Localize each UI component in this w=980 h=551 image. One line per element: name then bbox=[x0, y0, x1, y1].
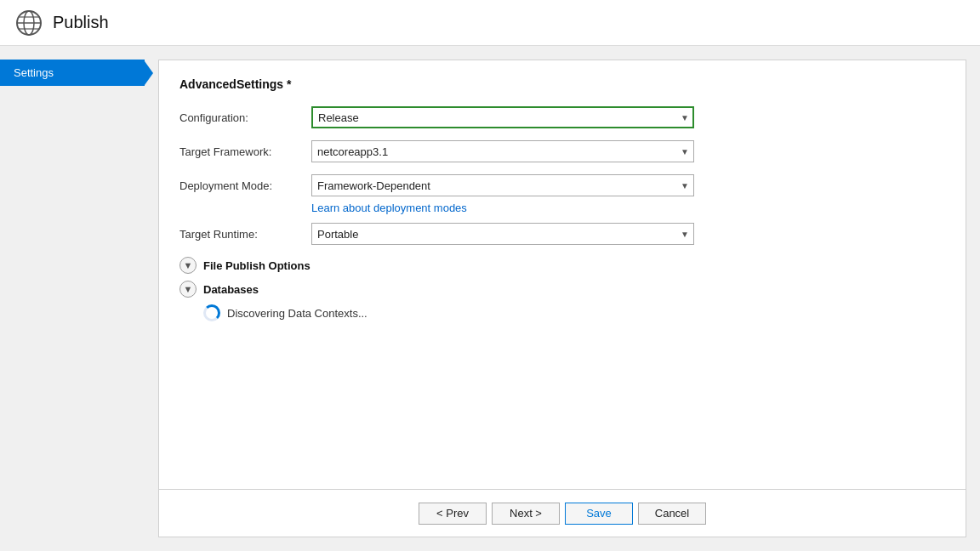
file-publish-options-section[interactable]: ▼ File Publish Options bbox=[179, 257, 945, 274]
deployment-mode-row: Deployment Mode: Framework-Dependent Sel… bbox=[179, 174, 945, 196]
deployment-mode-label: Deployment Mode: bbox=[179, 179, 311, 192]
loading-row: Discovering Data Contexts... bbox=[203, 304, 945, 321]
file-publish-options-collapse-icon: ▼ bbox=[179, 257, 197, 274]
globe-icon bbox=[15, 9, 43, 37]
app-title: Publish bbox=[53, 13, 109, 32]
configuration-select-wrapper[interactable]: Debug Release ▼ bbox=[311, 106, 694, 128]
target-framework-row: Target Framework: netcoreapp3.1 netcorea… bbox=[179, 140, 945, 162]
content-inner: AdvancedSettings * Configuration: Debug … bbox=[179, 77, 945, 520]
footer: < Prev Next > Save Cancel bbox=[159, 489, 966, 537]
target-framework-select[interactable]: netcoreapp3.1 netcoreapp3.0 netstandard2… bbox=[311, 140, 694, 162]
deployment-mode-select[interactable]: Framework-Dependent Self-Contained bbox=[311, 174, 694, 196]
save-button[interactable]: Save bbox=[565, 503, 633, 525]
prev-button[interactable]: < Prev bbox=[419, 503, 487, 525]
configuration-row: Configuration: Debug Release ▼ bbox=[179, 106, 945, 128]
content-area: AdvancedSettings * Configuration: Debug … bbox=[158, 60, 966, 537]
app-header: Publish bbox=[0, 0, 980, 46]
file-publish-options-label: File Publish Options bbox=[203, 259, 311, 272]
databases-section[interactable]: ▼ Databases bbox=[179, 281, 945, 298]
target-runtime-row: Target Runtime: Portable win-x64 win-x86… bbox=[179, 223, 945, 245]
configuration-select[interactable]: Debug Release bbox=[311, 106, 694, 128]
section-title: AdvancedSettings * bbox=[179, 77, 945, 91]
cancel-button[interactable]: Cancel bbox=[638, 503, 706, 525]
target-framework-select-wrapper[interactable]: netcoreapp3.1 netcoreapp3.0 netstandard2… bbox=[311, 140, 694, 162]
databases-label: Databases bbox=[203, 283, 259, 296]
configuration-label: Configuration: bbox=[179, 111, 311, 124]
target-runtime-label: Target Runtime: bbox=[179, 228, 311, 241]
target-runtime-select-wrapper[interactable]: Portable win-x64 win-x86 linux-x64 osx-x… bbox=[311, 223, 694, 245]
loading-spinner bbox=[203, 304, 220, 321]
databases-collapse-icon: ▼ bbox=[179, 281, 197, 298]
next-button[interactable]: Next > bbox=[492, 503, 560, 525]
target-runtime-select[interactable]: Portable win-x64 win-x86 linux-x64 osx-x… bbox=[311, 223, 694, 245]
sidebar: Settings bbox=[0, 46, 145, 551]
deployment-modes-link[interactable]: Learn about deployment modes bbox=[311, 202, 945, 214]
main-content: Settings AdvancedSettings * Configuratio… bbox=[0, 46, 980, 551]
sidebar-item-settings[interactable]: Settings bbox=[0, 60, 145, 86]
loading-text: Discovering Data Contexts... bbox=[227, 307, 368, 320]
deployment-mode-select-wrapper[interactable]: Framework-Dependent Self-Contained ▼ bbox=[311, 174, 694, 196]
target-framework-label: Target Framework: bbox=[179, 145, 311, 158]
